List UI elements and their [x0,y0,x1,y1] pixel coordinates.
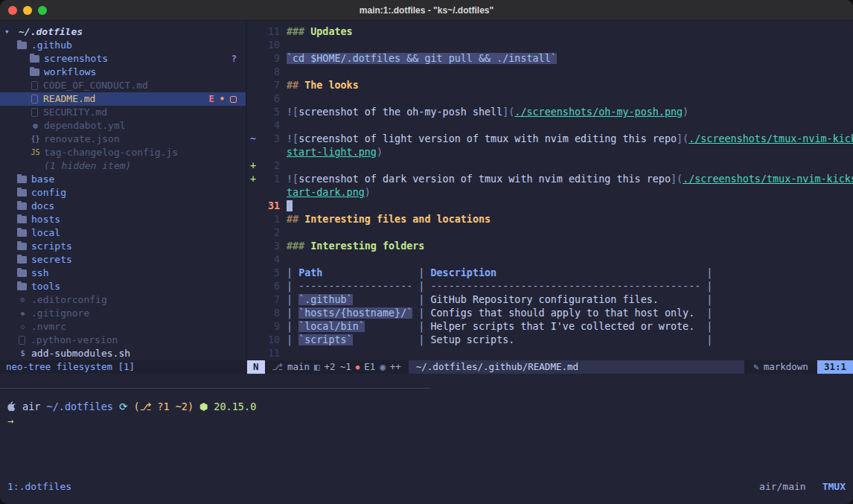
editor-line[interactable]: 4 [247,253,853,267]
editor-line[interactable]: tart-dark.png) [247,186,853,200]
tree-item-.github[interactable]: .github [0,39,246,52]
tree-item-hosts[interactable]: hosts [0,213,246,226]
editor-line[interactable]: 6| ------------------- | ---------------… [247,280,853,293]
editor-line[interactable]: 3### Interesting folders [247,240,853,253]
editor-line[interactable]: 10 [247,39,853,52]
line-number: 4 [261,253,280,267]
tree-item-label: CODE_OF_CONDUCT.md [43,79,148,92]
close-button[interactable] [8,6,17,15]
editor-line[interactable]: start-light.png) [247,146,853,159]
line-number: 7 [261,293,280,307]
gitsign-column [247,92,261,106]
editor-line[interactable]: 2 [247,226,853,240]
gitsign-column [247,267,261,280]
file-icon [31,108,38,117]
line-number: 5 [261,267,280,280]
filetype-label: markdown [764,360,808,374]
minimize-button[interactable] [23,6,32,15]
editor-line[interactable]: 8| `hosts/{hostname}/` | Configs that sh… [247,307,853,320]
file-explorer[interactable]: ▾~/.dotfiles.githubscreenshots?workflows… [0,21,246,360]
editor-line[interactable]: 4 [247,119,853,133]
tree-item-scripts[interactable]: scripts [0,240,246,253]
editor-line[interactable]: ~3![screenshot of light version of tmux … [247,133,853,146]
git-branch-icon: ⎇ [272,360,283,374]
tree-item-.nvmrc[interactable]: ◇.nvmrc [0,320,246,334]
folder-icon [17,202,27,210]
tree-item--.dotfiles[interactable]: ▾~/.dotfiles [0,25,246,39]
editor-lines: 11### Updates109`cd $HOME/.dotfiles && g… [247,25,853,360]
tree-item-secrets[interactable]: secrets [0,253,246,267]
tree-item-.editorconfig[interactable]: ⚙.editorconfig [0,293,246,307]
editor-line[interactable]: 9`cd $HOME/.dotfiles && git pull && ./in… [247,52,853,66]
tree-item-local[interactable]: local [0,226,246,240]
editor-line[interactable]: 11 [247,347,853,360]
tree-item--1-hidden-item-[interactable]: (1 hidden item) [0,159,246,173]
tree-item-.gitignore[interactable]: ◆.gitignore [0,307,246,320]
git-icon: ◆ [17,307,28,320]
editor-line[interactable]: 31 [247,200,853,213]
shell-input-line[interactable]: → [7,414,13,427]
line-number: 6 [261,280,280,293]
tree-item-label: workflows [44,66,96,79]
expander-icon[interactable]: ▾ [4,25,19,39]
tree-item-screenshots[interactable]: screenshots? [0,52,246,66]
tree-item-label: hosts [31,213,60,226]
line-number: 31 [261,200,280,213]
editor-line[interactable]: 1## Interesting files and locations [247,213,853,226]
window-title: main:1:.dotfiles - "ks~/.dotfiles" [360,5,493,16]
editor-line[interactable]: 10| `scripts` | Setup scripts. | [247,334,853,347]
line-number: 3 [261,133,280,146]
editor-line[interactable]: 5| Path | Description | [247,267,853,280]
tree-item-base[interactable]: base [0,173,246,186]
editor-line[interactable]: 8 [247,66,853,79]
tree-item-add-submodules.sh[interactable]: $add-submodules.sh [0,347,246,360]
tmux-window-tab[interactable]: 1:.dotfiles [7,481,71,492]
editor-line[interactable]: 11### Updates [247,25,853,39]
tree-item-label: local [31,226,60,240]
editor-line[interactable]: +2 [247,159,853,173]
gitsign-column [247,52,261,66]
diagnostics-error-icon: ● [356,360,360,374]
editor-statusline: N ⎇ main ◧ +2 ~1 ● E1 ◉ ++ ~/.dotfiles/.… [247,360,853,374]
updates-icon: ◉ [380,360,386,374]
editor-line[interactable]: 7| `.github` | GitHub Repository configu… [247,293,853,307]
gitsign-column [247,106,261,119]
line-number: 1 [261,173,280,186]
line-number: 3 [261,240,280,253]
tree-item-README.md[interactable]: README.mdE• [0,92,246,106]
tree-item-ssh[interactable]: ssh [0,267,246,280]
editor-buffer[interactable]: 11### Updates109`cd $HOME/.dotfiles && g… [247,21,853,360]
tree-item-CODE-OF-CONDUCT.md[interactable]: CODE_OF_CONDUCT.md [0,79,246,92]
tree-item-SECURITY.md[interactable]: SECURITY.md [0,106,246,119]
tree-item-docs[interactable]: docs [0,200,246,213]
zoom-button[interactable] [38,6,47,15]
line-number: 5 [261,106,280,119]
line-number: 11 [261,347,280,360]
tree-item-tools[interactable]: tools [0,280,246,293]
line-number: 10 [261,334,280,347]
gitsign-column [247,25,261,39]
editor-line[interactable]: 7## The looks [247,79,853,92]
editor-line[interactable]: 5![screenshot of the oh-my-posh shell](.… [247,106,853,119]
tree-item-dependabot.yml[interactable]: ◍dependabot.yml [0,119,246,133]
editor-line[interactable]: 6 [247,92,853,106]
line-number [261,186,280,200]
mode-indicator: N [247,360,265,374]
line-number: 1 [261,213,280,226]
tree-item-label: docs [31,200,54,213]
terminal-pane[interactable]: air ~/.dotfiles ⟳ (⎇ ?1 ~2) 20.15.0 → [0,374,853,479]
tree-item-renovate.json[interactable]: {}renovate.json [0,133,246,146]
gitsign-column [247,307,261,320]
file-path: ~/.dotfiles/.github/README.md [409,360,744,374]
editor-line[interactable]: 9| `local/bin` | Helper scripts that I'v… [247,320,853,334]
tree-item-config[interactable]: config [0,186,246,200]
filetype-section: ✎ markdown [744,360,817,374]
tree-item-.python-version[interactable]: .python-version [0,334,246,347]
apple-icon [7,401,17,412]
shell-prompt: air ~/.dotfiles ⟳ (⎇ ?1 ~2) 20.15.0 [7,400,256,413]
gitsign-column [247,240,261,253]
editor-line[interactable]: +1![screenshot of dark version of tmux w… [247,173,853,186]
folder-icon [17,283,27,290]
tree-item-tag-changelog-config.js[interactable]: JStag-changelog-config.js [0,146,246,159]
tree-item-workflows[interactable]: workflows [0,66,246,79]
